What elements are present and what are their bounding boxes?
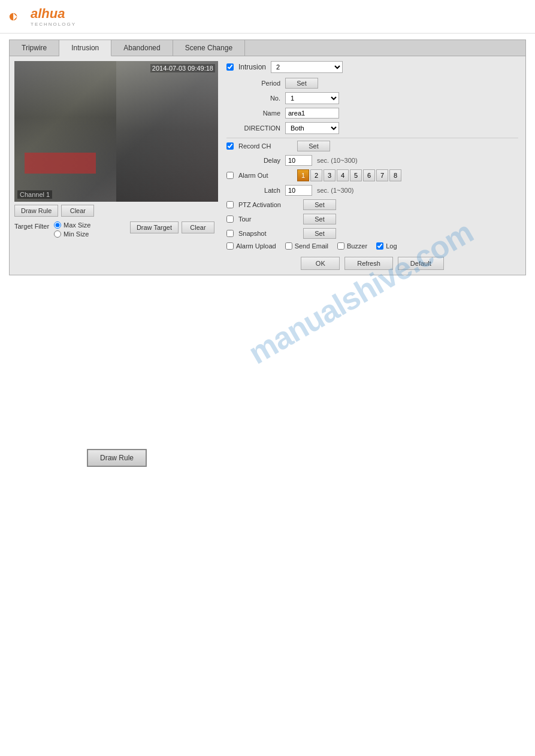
target-filter-label: Target Filter [14, 221, 49, 230]
tab-intrusion[interactable]: Intrusion [59, 40, 111, 56]
no-select[interactable]: 1 2 3 [285, 92, 339, 104]
record-ch-row: Record CH Set [226, 141, 518, 151]
main-container: Tripwire Intrusion Abandoned Scene Chang… [9, 40, 526, 275]
record-ch-set-button[interactable]: Set [297, 141, 330, 151]
ptz-row: PTZ Activation Set [226, 199, 518, 210]
tab-bar: Tripwire Intrusion Abandoned Scene Chang… [10, 40, 525, 56]
log-checkbox[interactable] [376, 242, 383, 250]
log-label: Log [386, 242, 397, 250]
video-timestamp: 2014-07-03 09:49:18 [150, 64, 215, 72]
snapshot-row: Snapshot Set [226, 228, 518, 239]
send-email-checkbox[interactable] [285, 242, 292, 250]
refresh-button[interactable]: Refresh [344, 257, 393, 270]
send-email-item: Send Email [285, 242, 328, 250]
direction-row: DIRECTION Both In Out [226, 122, 518, 134]
alarm-btn-4[interactable]: 4 [337, 169, 349, 181]
video-controls: Draw Rule Clear [14, 205, 214, 217]
name-label: Name [226, 110, 280, 117]
draw-rule-large-section: Draw Rule [87, 449, 147, 467]
snapshot-set-button[interactable]: Set [303, 228, 336, 239]
name-input[interactable] [285, 108, 339, 119]
tour-checkbox[interactable] [226, 215, 234, 223]
record-ch-label: Record CH [238, 142, 292, 150]
alarm-out-checkbox[interactable] [226, 172, 234, 179]
ptz-checkbox[interactable] [226, 201, 234, 208]
snapshot-label: Snapshot [238, 230, 298, 237]
alarm-btn-7[interactable]: 7 [376, 169, 388, 181]
tour-label: Tour [238, 215, 298, 223]
clear-button[interactable]: Clear [61, 205, 94, 217]
min-size-option: Min Size [54, 230, 90, 238]
alarm-out-buttons: 1 2 3 4 5 6 7 8 [297, 169, 401, 181]
video-feed: 2014-07-03 09:49:18 Channel 1 [14, 61, 218, 202]
video-panel: 2014-07-03 09:49:18 Channel 1 Draw Rule … [10, 56, 219, 275]
video-channel: Channel 1 [17, 190, 52, 199]
max-size-option: Max Size [54, 221, 90, 229]
alarm-btn-2[interactable]: 2 [310, 169, 322, 181]
tab-scene-change[interactable]: Scene Change [173, 40, 245, 56]
intrusion-select[interactable]: 2 1 3 4 [271, 61, 343, 73]
default-button[interactable]: Default [398, 257, 444, 270]
logo: alhua TECHNOLOGY [9, 6, 526, 27]
send-email-label: Send Email [295, 242, 328, 250]
alarm-out-label: Alarm Out [238, 172, 292, 179]
draw-target-button[interactable]: Draw Target [130, 221, 179, 233]
min-size-label: Min Size [64, 230, 89, 238]
tab-tripwire[interactable]: Tripwire [10, 40, 59, 56]
ptz-label: PTZ Activation [238, 201, 298, 208]
record-ch-checkbox[interactable] [226, 142, 234, 150]
ok-button[interactable]: OK [301, 257, 340, 270]
video-left-overlay [14, 61, 116, 202]
delay-hint: sec. (10~300) [317, 157, 358, 164]
intrusion-header: Intrusion 2 1 3 4 [226, 61, 518, 73]
intrusion-checkbox[interactable] [226, 63, 234, 71]
target-filter-section: Target Filter Max Size Min Size Draw Tar… [14, 221, 214, 238]
min-size-radio[interactable] [54, 230, 61, 238]
alarm-btn-1[interactable]: 1 [297, 169, 309, 181]
alarm-upload-checkbox[interactable] [226, 242, 234, 250]
latch-row: Latch sec. (1~300) [226, 185, 518, 196]
clear-target-button[interactable]: Clear [182, 221, 214, 233]
period-set-button[interactable]: Set [285, 78, 318, 89]
tour-set-button[interactable]: Set [303, 214, 336, 224]
content-area: 2014-07-03 09:49:18 Channel 1 Draw Rule … [10, 56, 525, 275]
delay-row: Delay sec. (10~300) [226, 155, 518, 166]
period-row: Period Set [226, 78, 518, 89]
alarm-upload-item: Alarm Upload [226, 242, 276, 250]
ptz-set-button[interactable]: Set [303, 199, 336, 210]
logo-text: alhua [31, 6, 65, 21]
max-size-radio[interactable] [54, 221, 61, 229]
logo-sub: TECHNOLOGY [31, 22, 76, 27]
target-buttons: Draw Target Clear [130, 221, 214, 233]
latch-hint: sec. (1~300) [317, 187, 353, 194]
video-right-overlay [116, 61, 218, 202]
latch-input[interactable] [285, 185, 312, 196]
buzzer-checkbox[interactable] [337, 242, 344, 250]
alarm-btn-3[interactable]: 3 [324, 169, 335, 181]
draw-rule-button[interactable]: Draw Rule [14, 205, 58, 217]
alarm-btn-6[interactable]: 6 [363, 169, 375, 181]
tour-row: Tour Set [226, 214, 518, 224]
log-item: Log [376, 242, 397, 250]
logo-icon [9, 7, 28, 26]
delay-label: Delay [226, 157, 280, 164]
alarm-out-row: Alarm Out 1 2 3 4 5 6 7 8 [226, 169, 518, 181]
intrusion-label: Intrusion [238, 63, 266, 71]
tab-abandoned[interactable]: Abandoned [111, 40, 173, 56]
settings-panel: Intrusion 2 1 3 4 Period Set No. [219, 56, 525, 275]
latch-label: Latch [226, 187, 280, 194]
draw-rule-large-button[interactable]: Draw Rule [87, 449, 147, 467]
video-red-bar [25, 153, 96, 174]
snapshot-checkbox[interactable] [226, 230, 234, 237]
buzzer-item: Buzzer [337, 242, 367, 250]
alarm-btn-5[interactable]: 5 [350, 169, 362, 181]
bottom-buttons: OK Refresh Default [226, 257, 518, 270]
header: alhua TECHNOLOGY [0, 0, 535, 34]
alarm-btn-8[interactable]: 8 [389, 169, 401, 181]
max-size-label: Max Size [64, 221, 90, 229]
delay-input[interactable] [285, 155, 312, 166]
buzzer-label: Buzzer [347, 242, 367, 250]
video-background [14, 61, 218, 202]
direction-select[interactable]: Both In Out [285, 122, 339, 134]
no-row: No. 1 2 3 [226, 92, 518, 104]
